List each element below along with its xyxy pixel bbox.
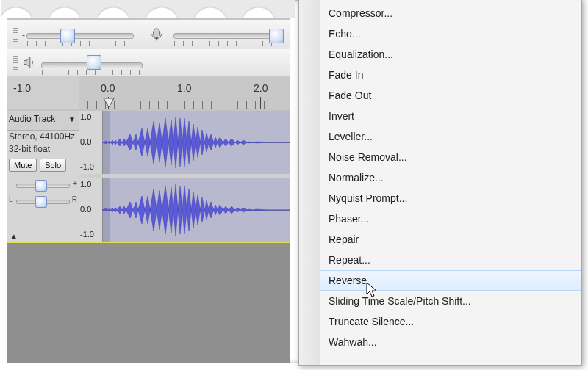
track-title-dropdown[interactable]: Audio Track ▼ — [7, 111, 79, 131]
ruler-label: -1.0 — [13, 82, 31, 94]
empty-track-area[interactable] — [7, 243, 290, 363]
menu-icon-rail — [299, 0, 320, 365]
app-window: - + — [7, 0, 581, 363]
effects-menu-item[interactable]: Repeat... — [299, 250, 581, 270]
effects-menu-item[interactable]: Nyquist Prompt... — [299, 188, 581, 208]
toolbar-stack: - + — [7, 1, 290, 108]
gain-min-label: - — [9, 179, 11, 187]
playhead-marker[interactable] — [103, 98, 115, 108]
slider-min-label: - — [22, 30, 25, 40]
svg-rect-1 — [156, 37, 157, 41]
effects-menu-item[interactable]: Noise Removal... — [299, 147, 581, 167]
chevron-down-icon: ▼ — [68, 115, 76, 123]
solo-button[interactable]: Solo — [40, 159, 66, 172]
transport-knob-row — [1, 0, 295, 18]
toolbar-grip[interactable] — [13, 26, 18, 43]
pan-left-label: L — [9, 195, 13, 203]
effects-menu-item[interactable]: Fade Out — [299, 85, 581, 106]
waveform-path — [102, 178, 290, 242]
effects-menu-item[interactable]: Phaser... — [299, 208, 581, 229]
mixer-toolbar-2 — [7, 49, 290, 76]
effects-menu-item[interactable]: Equalization... — [299, 44, 581, 65]
track-gain-slider[interactable]: - + — [10, 178, 76, 191]
amplitude-axis: 1.0 0.0 -1.0 — [79, 178, 103, 242]
waveform-channel-left[interactable]: 1.0 0.0 -1.0 — [79, 111, 290, 174]
waveform-area[interactable]: 1.0 0.0 -1.0 1.0 — [79, 111, 290, 243]
effects-menu-item[interactable]: Leveller... — [299, 126, 581, 147]
editor-area: - + — [7, 1, 290, 363]
effects-menu-item[interactable]: Invert — [299, 106, 581, 126]
timeline-ruler[interactable]: -1.0 0.0 1.0 2.0 — [7, 76, 290, 109]
effects-menu-item[interactable]: Truncate Silence... — [299, 311, 581, 332]
amplitude-axis: 1.0 0.0 -1.0 — [79, 111, 103, 174]
gain-max-label: + — [73, 179, 77, 187]
collapse-track-icon[interactable]: ▲ — [10, 232, 18, 240]
effects-menu-item[interactable]: Compressor... — [299, 3, 581, 23]
ruler-label: 2.0 — [254, 82, 268, 94]
effects-menu: Compressor...Echo...Equalization...Fade … — [298, 0, 582, 366]
microphone-icon — [150, 27, 166, 43]
effects-menu-item[interactable]: Repair — [299, 229, 581, 250]
effects-menu-item[interactable]: Fade In — [299, 65, 581, 85]
track-control-panel: Audio Track ▼ Stereo, 44100Hz 32-bit flo… — [7, 111, 79, 242]
toolbar-grip[interactable] — [13, 54, 18, 70]
mute-button[interactable]: Mute — [9, 159, 37, 172]
ruler-label: 1.0 — [177, 82, 191, 94]
waveform-channel-right[interactable]: 1.0 0.0 -1.0 — [79, 178, 290, 242]
output-volume-thumb[interactable] — [87, 55, 101, 70]
pan-right-label: R — [72, 195, 77, 203]
effects-menu-item[interactable]: Reverse — [299, 270, 581, 291]
effects-menu-item[interactable]: Sliding Time Scale/Pitch Shift... — [299, 291, 581, 311]
playback-volume-thumb[interactable] — [60, 29, 75, 43]
track-bitdepth-line: 32-bit float — [7, 143, 79, 156]
track-format-line: Stereo, 44100Hz — [7, 131, 79, 143]
track-pan-slider[interactable]: L R — [10, 194, 76, 207]
track-title: Audio Track — [9, 114, 55, 124]
effects-menu-item[interactable]: Echo... — [299, 23, 581, 44]
svg-point-0 — [154, 29, 160, 38]
record-volume-slider[interactable] — [173, 33, 275, 39]
effects-menu-item[interactable]: Normalize... — [299, 167, 581, 188]
waveform-path — [102, 111, 290, 174]
effects-menu-item[interactable]: Wahwah... — [299, 332, 581, 352]
slider-max-label: + — [282, 30, 287, 40]
mixer-toolbar-1: - + — [7, 20, 290, 50]
speaker-icon — [22, 55, 37, 70]
ruler-label: 0.0 — [101, 82, 115, 94]
playback-volume-slider[interactable] — [26, 33, 134, 39]
